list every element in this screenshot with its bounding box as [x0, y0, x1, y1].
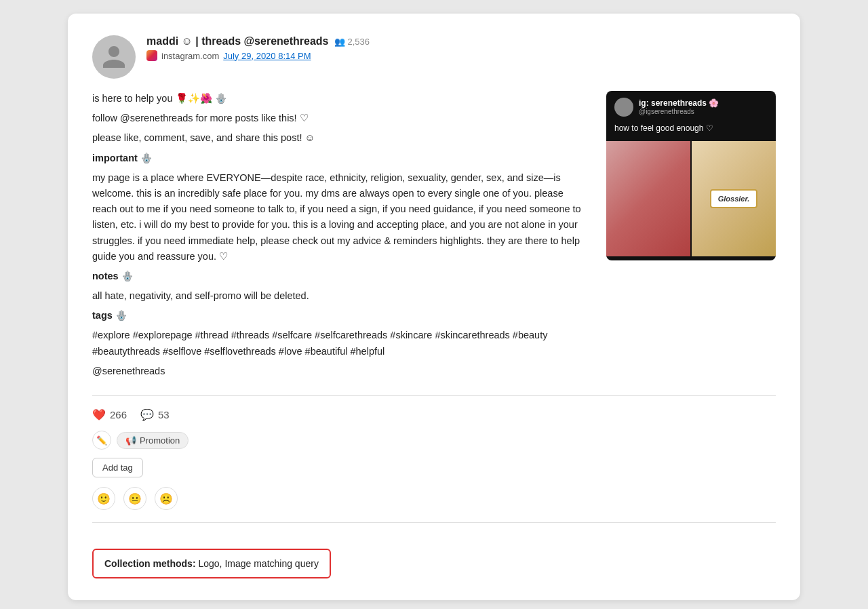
post-card: maddi ☺ | threads @serenethreads 👥 2,536…	[68, 14, 800, 600]
line-5: my page is a place where EVERYONE—despit…	[92, 170, 590, 264]
source-line: instagram.com July 29, 2020 8:14 PM	[146, 50, 776, 61]
sentiment-negative[interactable]: ☹️	[155, 487, 178, 510]
post-content: is here to help you 🌹✨🌺 🪬 follow @serene…	[92, 91, 776, 383]
line-8: tags 🪬	[92, 308, 590, 323]
ig-names: ig: serenethreads 🌸 @igserenethreads	[639, 98, 719, 116]
line-1: is here to help you 🌹✨🌺 🪬	[92, 91, 590, 106]
stats-row: ❤️ 266 💬 53	[92, 408, 776, 421]
likes-count: 266	[110, 409, 127, 420]
line-9: #explore #explorepage #thread #threads #…	[92, 328, 590, 359]
image-product: Glossier.	[692, 141, 776, 256]
image-card-header: ig: serenethreads 🌸 @igserenethreads	[606, 91, 776, 123]
timestamp[interactable]: July 29, 2020 8:14 PM	[223, 51, 311, 61]
follower-count: 👥 2,536	[334, 37, 370, 47]
image-grid: Glossier.	[606, 141, 776, 256]
tags-row: ✏️ 📢 Promotion	[92, 431, 776, 450]
collection-methods-container: Collection methods: Logo, Image matching…	[92, 535, 776, 578]
ig-display-name: ig: serenethreads 🌸	[639, 98, 719, 108]
megaphone-icon: 📢	[125, 435, 136, 446]
username-line: maddi ☺ | threads @serenethreads 👥 2,536	[146, 35, 776, 47]
line-6: notes 🪬	[92, 269, 590, 284]
avatar	[92, 35, 136, 79]
username: maddi ☺ | threads @serenethreads	[146, 35, 329, 47]
heart-icon: ❤️	[92, 408, 106, 421]
sentiment-positive[interactable]: 🙂	[92, 487, 115, 510]
sentiment-row: 🙂 😐 ☹️	[92, 487, 776, 510]
line-10: @serenethreads	[92, 364, 590, 379]
header-info: maddi ☺ | threads @serenethreads 👥 2,536…	[146, 35, 776, 61]
source-link[interactable]: instagram.com	[161, 51, 219, 61]
sentiment-neutral[interactable]: 😐	[123, 487, 146, 510]
line-4: important 🪬	[92, 151, 590, 166]
collection-methods-value: Logo, Image matching query	[198, 558, 318, 569]
post-header: maddi ☺ | threads @serenethreads 👥 2,536…	[92, 35, 776, 79]
comment-icon: 💬	[140, 408, 154, 421]
comments-count: 53	[158, 409, 170, 420]
add-tag-row: Add tag	[92, 458, 776, 477]
likes-stat: ❤️ 266	[92, 408, 127, 421]
instagram-icon	[146, 50, 157, 61]
divider	[92, 395, 776, 396]
ig-avatar	[614, 98, 633, 117]
line-3: please like, comment, save, and share th…	[92, 130, 590, 146]
promotion-tag: 📢 Promotion	[117, 432, 189, 449]
divider-bottom	[92, 522, 776, 523]
comments-stat: 💬 53	[140, 408, 170, 421]
collection-methods-label: Collection methods:	[104, 558, 196, 569]
collection-methods: Collection methods: Logo, Image matching…	[92, 549, 331, 578]
image-mouth	[606, 141, 690, 256]
line-2: follow @serenethreads for more posts lik…	[92, 111, 590, 126]
post-text: is here to help you 🌹✨🌺 🪬 follow @serene…	[92, 91, 590, 383]
add-tag-button[interactable]: Add tag	[92, 458, 143, 477]
post-image-card: ig: serenethreads 🌸 @igserenethreads how…	[606, 91, 776, 260]
tag-edit-button[interactable]: ✏️	[92, 431, 111, 450]
image-card-caption: how to feel good enough ♡	[606, 123, 776, 138]
people-icon: 👥	[334, 37, 345, 47]
line-7: all hate, negativity, and self-promo wil…	[92, 288, 590, 304]
ig-handle: @igserenethreads	[639, 108, 719, 116]
product-label: Glossier.	[710, 189, 757, 208]
promotion-label: Promotion	[140, 435, 180, 446]
